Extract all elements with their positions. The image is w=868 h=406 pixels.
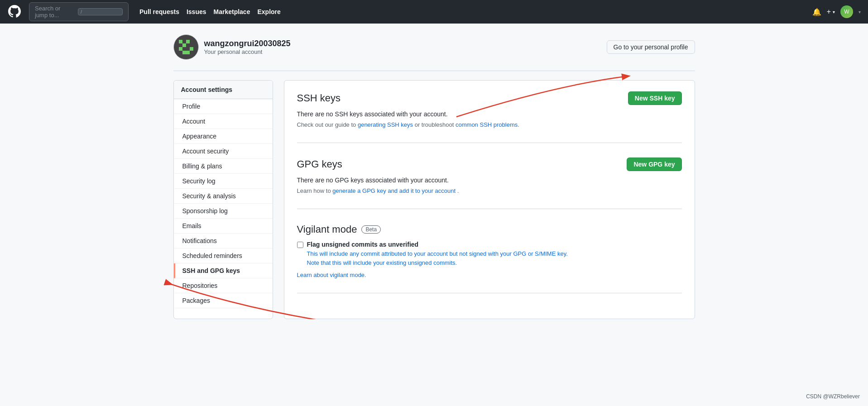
vigilant-mode-title: Vigilant mode	[297, 224, 357, 235]
main-layout: Account settings Profile Account Appeara…	[173, 80, 695, 319]
common-ssh-problems-link[interactable]: common SSH problems	[456, 121, 518, 128]
svg-rect-2	[186, 40, 190, 43]
ssh-no-keys-msg: There are no SSH keys associated with yo…	[297, 110, 682, 118]
ssh-hint-prefix: Check out our guide to	[297, 121, 358, 128]
svg-rect-6	[182, 51, 190, 54]
sidebar-item-security-analysis[interactable]: Security & analysis	[174, 189, 273, 204]
ssh-keys-title: SSH keys	[297, 92, 341, 104]
sidebar-item-repositories[interactable]: Repositories	[174, 278, 273, 293]
notifications-bell[interactable]: 🔔	[812, 8, 821, 16]
profile-button[interactable]: Go to your personal profile	[607, 40, 695, 54]
svg-rect-3	[182, 43, 186, 47]
ssh-keys-section: SSH keys New SSH key There are no SSH ke…	[297, 91, 682, 143]
vigilant-checkbox-label[interactable]: Flag unsigned commits as unverified	[307, 241, 419, 248]
sidebar-item-scheduled-reminders[interactable]: Scheduled reminders	[174, 248, 273, 263]
gpg-section-header: GPG keys New GPG key	[297, 158, 682, 171]
learn-vigilant-link[interactable]: Learn about vigilant mode.	[297, 272, 682, 278]
sidebar-item-emails[interactable]: Emails	[174, 219, 273, 234]
create-new-button[interactable]: + ▾	[827, 8, 835, 16]
sidebar-header: Account settings	[174, 81, 273, 99]
avatar-initials: W	[844, 9, 849, 15]
generate-gpg-key-link[interactable]: generate a GPG key and add it to your ac…	[332, 187, 456, 194]
sidebar-item-account[interactable]: Account	[174, 114, 273, 129]
sidebar-item-appearance[interactable]: Appearance	[174, 129, 273, 144]
generating-ssh-keys-link[interactable]: generating SSH keys	[358, 121, 413, 128]
sidebar-item-profile[interactable]: Profile	[174, 99, 273, 114]
search-kbd: /	[78, 8, 123, 15]
account-subtitle: Your personal account	[204, 48, 291, 55]
user-avatar-menu[interactable]: W	[840, 5, 853, 18]
svg-rect-4	[179, 47, 182, 51]
beta-badge: Beta	[361, 225, 381, 234]
gpg-keys-section: GPG keys New GPG key There are no GPG ke…	[297, 158, 682, 209]
svg-rect-5	[190, 47, 193, 51]
svg-rect-1	[179, 40, 182, 43]
nav-links: Pull requests Issues Marketplace Explore	[139, 8, 281, 15]
pull-requests-link[interactable]: Pull requests	[139, 8, 179, 15]
sidebar-item-packages[interactable]: Packages	[174, 293, 273, 308]
new-gpg-key-button[interactable]: New GPG key	[627, 158, 681, 171]
vigilant-checkbox-desc: This will include any commit attributed …	[307, 249, 568, 267]
vigilant-title-row: Vigilant mode Beta	[297, 224, 682, 235]
user-profile-avatar	[173, 34, 199, 60]
header-divider	[173, 71, 695, 71]
sidebar-item-ssh-gpg-keys[interactable]: SSH and GPG keys	[174, 263, 273, 278]
gpg-keys-title: GPG keys	[297, 158, 342, 170]
vigilant-checkbox[interactable]	[297, 242, 303, 248]
gpg-hint-suffix: .	[456, 187, 459, 194]
vigilant-desc-line1: This will include any commit attributed …	[307, 250, 568, 257]
vigilant-checkbox-row: Flag unsigned commits as unverified This…	[297, 241, 682, 267]
ssh-hint-middle: or troubleshoot	[413, 121, 456, 128]
ssh-hint: Check out our guide to generating SSH ke…	[297, 121, 682, 128]
settings-sidebar: Account settings Profile Account Appeara…	[173, 80, 273, 319]
username: wangzongrui20030825	[204, 39, 291, 48]
gpg-no-keys-msg: There are no GPG keys associated with yo…	[297, 177, 682, 184]
avatar-chevron[interactable]: ▾	[858, 10, 861, 14]
ssh-hint-suffix: .	[518, 121, 519, 128]
sidebar-item-notifications[interactable]: Notifications	[174, 234, 273, 248]
issues-link[interactable]: Issues	[187, 8, 206, 15]
top-navigation: Search or jump to... / Pull requests Iss…	[0, 0, 868, 24]
sidebar-item-account-security[interactable]: Account security	[174, 144, 273, 159]
sidebar-item-security-log[interactable]: Security log	[174, 174, 273, 189]
search-placeholder: Search or jump to...	[35, 5, 74, 19]
ssh-section-header: SSH keys New SSH key	[297, 91, 682, 105]
gpg-hint-prefix: Learn how to	[297, 187, 333, 194]
marketplace-link[interactable]: Marketplace	[214, 8, 250, 15]
new-ssh-key-button[interactable]: New SSH key	[628, 91, 682, 105]
content-area: SSH keys New SSH key There are no SSH ke…	[284, 80, 695, 319]
vigilant-desc-line2: Note that this will include your existin…	[307, 259, 457, 266]
github-logo[interactable]	[7, 4, 22, 20]
vigilant-mode-section: Vigilant mode Beta Flag unsigned commits…	[297, 224, 682, 293]
sidebar-item-billing[interactable]: Billing & plans	[174, 159, 273, 174]
vigilant-checkbox-content: Flag unsigned commits as unverified This…	[307, 241, 568, 267]
topnav-right: 🔔 + ▾ W ▾	[812, 5, 861, 18]
explore-link[interactable]: Explore	[257, 8, 280, 15]
search-bar[interactable]: Search or jump to... /	[29, 2, 129, 21]
sidebar-item-sponsorship-log[interactable]: Sponsorship log	[174, 204, 273, 219]
gpg-hint: Learn how to generate a GPG key and add …	[297, 187, 682, 194]
user-header: wangzongrui20030825 Your personal accoun…	[173, 34, 695, 60]
